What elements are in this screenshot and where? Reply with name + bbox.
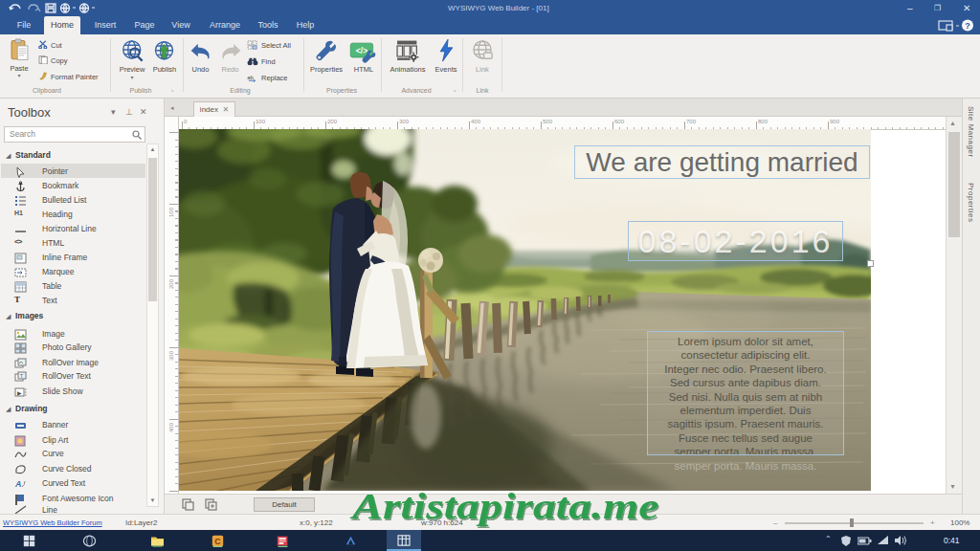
svg-text:T: T	[20, 373, 23, 379]
svg-text:ab: ab	[247, 75, 253, 80]
svg-text:C: C	[214, 537, 221, 546]
svg-text:A: A	[14, 479, 22, 489]
svg-text:?: ?	[965, 21, 970, 31]
svg-text:</>: </>	[356, 46, 368, 55]
svg-text:▶: ▶	[17, 390, 22, 396]
